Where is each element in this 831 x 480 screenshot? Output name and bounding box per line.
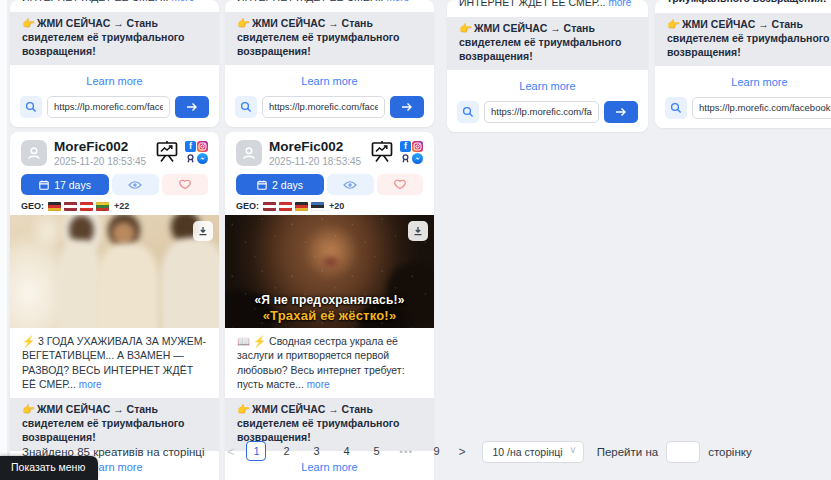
search-icon[interactable]: [235, 96, 257, 118]
cut-text: ИНТЕРНЕТ ЖДЁТ ЕЁ СМЕР...: [237, 0, 384, 3]
flag-lv-icon: [263, 202, 276, 211]
pointing-hand-icon: 👉: [459, 22, 472, 34]
more-link[interactable]: more: [307, 379, 330, 390]
top-card-fragment: триумфального возвращения! 👉ЖМИ СЕЙЧАС →…: [655, 0, 831, 128]
favorite-heart-button[interactable]: [377, 174, 423, 195]
open-link-button[interactable]: [390, 96, 424, 118]
geo-more-count[interactable]: +22: [114, 201, 129, 211]
goto-page-input[interactable]: [666, 441, 700, 463]
geo-flags: [48, 202, 109, 211]
truncated-text-line: ИНТЕРНЕТ ЖДЁТ ЕЁ СМЕР... more: [22, 0, 207, 4]
cta-text: ЖМИ СЕЙЧАС → Стань свидетелем её триумфа…: [22, 17, 185, 57]
search-icon[interactable]: [457, 101, 479, 123]
image-download-button[interactable]: [193, 221, 213, 241]
goto-label: Перейти на: [597, 446, 659, 458]
facebook-icon: f: [400, 141, 411, 152]
days-active-button[interactable]: 2 days: [236, 174, 324, 195]
creative-description: ⚡ 3 ГОДА УХАЖИВАЛА ЗА МУЖЕМ-ВЕГЕТАТИВЦЕМ…: [10, 328, 219, 391]
page-button-3[interactable]: 3: [306, 442, 326, 462]
geo-flags: [263, 202, 324, 211]
landing-url-input[interactable]: [484, 101, 599, 123]
goto-suffix: сторінку: [708, 446, 752, 458]
search-icon[interactable]: [665, 97, 687, 119]
cta-text: ЖМИ СЕЙЧАС → Стань свидетелем её триумфа…: [459, 22, 622, 62]
eye-icon: [343, 180, 357, 190]
favorite-heart-button[interactable]: [162, 174, 208, 195]
pages-ellipsis: •••: [396, 443, 416, 463]
cut-text: триумфального возвращения!: [667, 0, 826, 4]
truncated-text-line: ИНТЕРНЕТ ЖДЁТ ЕЁ СМЕР... more: [459, 0, 636, 9]
geo-more-count[interactable]: +20: [329, 201, 344, 211]
cta-banner: 👉ЖМИ СЕЙЧАС → Стань свидетелем её триумф…: [10, 12, 219, 65]
more-link[interactable]: more: [608, 0, 631, 8]
cta-banner: 👉ЖМИ СЕЙЧАС → Стань свидетелем её триумф…: [655, 13, 831, 66]
chevron-down-icon: ∨: [569, 444, 576, 455]
flag-de-icon: [48, 202, 61, 211]
image-download-button[interactable]: [408, 221, 428, 241]
prev-page-button[interactable]: <: [224, 445, 237, 459]
cta-banner: 👉ЖМИ СЕЙЧАС → Стань свидетелем её триумф…: [225, 12, 434, 65]
flag-at-icon: [80, 202, 93, 211]
creative-image-wedding[interactable]: [10, 215, 219, 328]
open-link-button[interactable]: [175, 96, 209, 118]
more-link[interactable]: more: [386, 0, 409, 3]
cta-text: ЖМИ СЕЙЧАС → Стань свидетелем её триумфа…: [237, 403, 400, 443]
learn-more-link[interactable]: Learn more: [86, 75, 142, 87]
avatar: [236, 140, 262, 166]
pointing-hand-icon: 👉: [667, 18, 680, 30]
more-link[interactable]: more: [79, 379, 102, 390]
open-link-button[interactable]: [604, 101, 638, 123]
page-buttons: 12345•••9: [241, 441, 451, 463]
page-button-5[interactable]: 5: [366, 442, 386, 462]
profile-name: MoreFic002: [269, 140, 370, 155]
calendar-icon: [39, 180, 49, 190]
learn-more-link[interactable]: Learn more: [301, 75, 357, 87]
cut-text: ИНТЕРНЕТ ЖДЁТ ЕЁ СМЕР...: [459, 0, 606, 8]
instagram-icon: [412, 141, 423, 152]
days-active-button[interactable]: 17 days: [21, 174, 109, 195]
more-link[interactable]: more: [171, 0, 194, 3]
creatives-board: ИНТЕРНЕТ ЖДЁТ ЕЁ СМЕР... more 👉ЖМИ СЕЙЧА…: [0, 0, 831, 480]
flag-lt-icon: [96, 202, 109, 211]
per-page-select[interactable]: 10 /на сторінці ∨: [482, 441, 583, 463]
page-button-4[interactable]: 4: [336, 442, 356, 462]
pointing-hand-icon: 👉: [237, 403, 250, 415]
heart-icon: [179, 179, 191, 190]
pointing-hand-icon: 👉: [22, 403, 35, 415]
creative-image-rain-glass[interactable]: «Я не предохранялась!» «Трахай её жёстко…: [225, 215, 434, 328]
flag-lv-icon: [64, 202, 77, 211]
avatar: [21, 140, 47, 166]
calendar-icon: [257, 180, 267, 190]
truncated-text-line: ИНТЕРНЕТ ЖДЁТ ЕЁ СМЕР... more: [237, 0, 422, 4]
presentation-chart-icon[interactable]: [155, 141, 179, 167]
learn-more-link[interactable]: Learn more: [519, 80, 575, 92]
flag-at-icon: [279, 202, 292, 211]
creative-description: 📖 ⚡ Сводная сестра украла её заслуги и п…: [225, 328, 434, 391]
preview-eye-button[interactable]: [327, 174, 373, 195]
page-button-9[interactable]: 9: [426, 442, 446, 462]
landing-url-input[interactable]: [47, 96, 170, 118]
profile-name: MoreFic002: [54, 140, 155, 155]
pointing-hand-icon: 👉: [237, 17, 250, 29]
image-caption-1: «Я не предохранялась!»: [225, 293, 434, 307]
cta-text: ЖМИ СЕЙЧАС → Стань свидетелем её триумфа…: [237, 17, 400, 57]
page-button-2[interactable]: 2: [276, 442, 296, 462]
page-button-1[interactable]: 1: [246, 441, 266, 461]
eye-icon: [128, 180, 142, 190]
top-card-fragment: ИНТЕРНЕТ ЖДЁТ ЕЁ СМЕР... more 👉ЖМИ СЕЙЧА…: [447, 0, 648, 132]
top-card-fragment: ИНТЕРНЕТ ЖДЁТ ЕЁ СМЕР... more 👉ЖМИ СЕЙЧА…: [225, 0, 434, 127]
learn-more-link[interactable]: Learn more: [731, 76, 787, 88]
truncated-text-line: триумфального возвращения!: [667, 0, 831, 5]
cut-text: ИНТЕРНЕТ ЖДЁТ ЕЁ СМЕР...: [22, 0, 169, 3]
geo-label: GEO:: [21, 201, 44, 211]
audience-network-icon: [400, 153, 411, 164]
show-menu-button[interactable]: Показать меню: [0, 456, 98, 480]
next-page-button[interactable]: >: [455, 445, 468, 459]
cta-text: ЖМИ СЕЙЧАС → Стань свидетелем её триумфа…: [22, 403, 185, 443]
messenger-icon: [412, 153, 423, 164]
landing-url-input[interactable]: [692, 97, 831, 119]
presentation-chart-icon[interactable]: [370, 141, 394, 167]
landing-url-input[interactable]: [262, 96, 385, 118]
preview-eye-button[interactable]: [112, 174, 158, 195]
search-icon[interactable]: [20, 96, 42, 118]
